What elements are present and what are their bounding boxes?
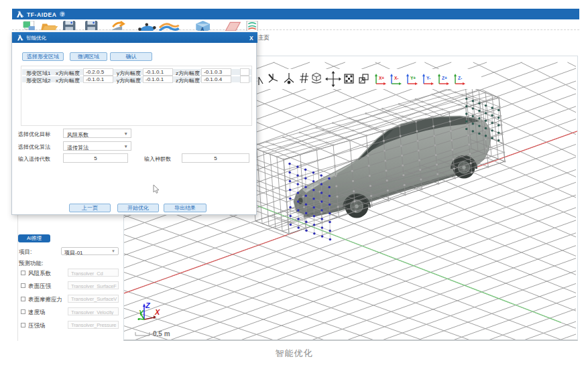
svg-text:智能优化: 智能优化 [26, 35, 47, 41]
svg-text:Y+: Y+ [410, 76, 416, 80]
svg-text:0.5 m: 0.5 m [153, 330, 170, 338]
svg-text:X: X [154, 308, 160, 316]
svg-text:Z-: Z- [458, 76, 462, 80]
svg-text:Y: Y [139, 309, 144, 317]
svg-text:X: X [249, 35, 253, 42]
svg-text:Z: Z [145, 301, 151, 309]
svg-text:Z+: Z+ [442, 76, 447, 80]
svg-text:X-: X- [394, 76, 399, 80]
svg-text:A: A [200, 27, 204, 31]
svg-text:Y-: Y- [426, 76, 430, 80]
svg-text:X+: X+ [379, 76, 384, 80]
svg-text:?: ? [61, 12, 64, 17]
svg-text:TF-AIDEA: TF-AIDEA [27, 11, 56, 18]
